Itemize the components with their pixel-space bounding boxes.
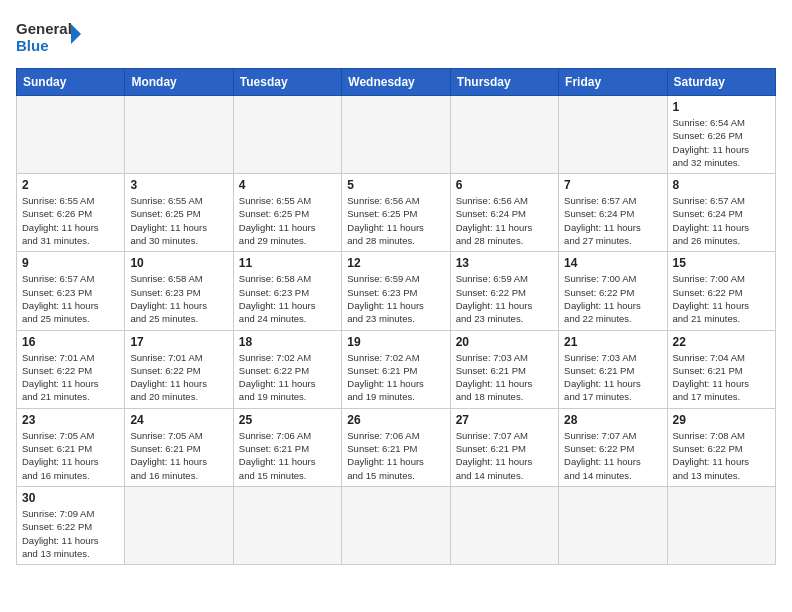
day-number: 13: [456, 256, 553, 270]
day-info: Sunrise: 7:07 AM Sunset: 6:22 PM Dayligh…: [564, 429, 661, 482]
day-info: Sunrise: 6:56 AM Sunset: 6:24 PM Dayligh…: [456, 194, 553, 247]
calendar-cell: [125, 486, 233, 564]
calendar-cell: 4Sunrise: 6:55 AM Sunset: 6:25 PM Daylig…: [233, 174, 341, 252]
day-info: Sunrise: 6:57 AM Sunset: 6:24 PM Dayligh…: [564, 194, 661, 247]
day-number: 9: [22, 256, 119, 270]
day-number: 27: [456, 413, 553, 427]
day-number: 1: [673, 100, 770, 114]
day-number: 25: [239, 413, 336, 427]
weekday-header-tuesday: Tuesday: [233, 69, 341, 96]
calendar-cell: 6Sunrise: 6:56 AM Sunset: 6:24 PM Daylig…: [450, 174, 558, 252]
weekday-header-monday: Monday: [125, 69, 233, 96]
day-info: Sunrise: 6:54 AM Sunset: 6:26 PM Dayligh…: [673, 116, 770, 169]
weekday-header-row: SundayMondayTuesdayWednesdayThursdayFrid…: [17, 69, 776, 96]
day-number: 16: [22, 335, 119, 349]
calendar-cell: [233, 486, 341, 564]
calendar-cell: [559, 486, 667, 564]
day-info: Sunrise: 6:58 AM Sunset: 6:23 PM Dayligh…: [130, 272, 227, 325]
calendar-cell: 8Sunrise: 6:57 AM Sunset: 6:24 PM Daylig…: [667, 174, 775, 252]
svg-text:General: General: [16, 20, 72, 37]
svg-marker-2: [71, 24, 81, 44]
calendar-cell: 5Sunrise: 6:56 AM Sunset: 6:25 PM Daylig…: [342, 174, 450, 252]
calendar-cell: 9Sunrise: 6:57 AM Sunset: 6:23 PM Daylig…: [17, 252, 125, 330]
day-info: Sunrise: 7:06 AM Sunset: 6:21 PM Dayligh…: [347, 429, 444, 482]
day-info: Sunrise: 7:02 AM Sunset: 6:22 PM Dayligh…: [239, 351, 336, 404]
calendar-cell: 30Sunrise: 7:09 AM Sunset: 6:22 PM Dayli…: [17, 486, 125, 564]
calendar-cell: 3Sunrise: 6:55 AM Sunset: 6:25 PM Daylig…: [125, 174, 233, 252]
calendar-cell: [450, 486, 558, 564]
day-info: Sunrise: 6:59 AM Sunset: 6:23 PM Dayligh…: [347, 272, 444, 325]
day-number: 3: [130, 178, 227, 192]
calendar-cell: 26Sunrise: 7:06 AM Sunset: 6:21 PM Dayli…: [342, 408, 450, 486]
day-info: Sunrise: 7:01 AM Sunset: 6:22 PM Dayligh…: [130, 351, 227, 404]
calendar-cell: 21Sunrise: 7:03 AM Sunset: 6:21 PM Dayli…: [559, 330, 667, 408]
day-info: Sunrise: 7:03 AM Sunset: 6:21 PM Dayligh…: [456, 351, 553, 404]
calendar-cell: 29Sunrise: 7:08 AM Sunset: 6:22 PM Dayli…: [667, 408, 775, 486]
day-info: Sunrise: 7:05 AM Sunset: 6:21 PM Dayligh…: [22, 429, 119, 482]
calendar-cell: 16Sunrise: 7:01 AM Sunset: 6:22 PM Dayli…: [17, 330, 125, 408]
day-number: 21: [564, 335, 661, 349]
calendar-table: SundayMondayTuesdayWednesdayThursdayFrid…: [16, 68, 776, 565]
day-number: 8: [673, 178, 770, 192]
day-number: 4: [239, 178, 336, 192]
day-number: 6: [456, 178, 553, 192]
calendar-cell: [667, 486, 775, 564]
svg-text:Blue: Blue: [16, 37, 49, 54]
calendar-cell: [125, 96, 233, 174]
day-info: Sunrise: 7:00 AM Sunset: 6:22 PM Dayligh…: [564, 272, 661, 325]
day-info: Sunrise: 7:02 AM Sunset: 6:21 PM Dayligh…: [347, 351, 444, 404]
calendar-cell: [342, 96, 450, 174]
day-number: 10: [130, 256, 227, 270]
day-number: 19: [347, 335, 444, 349]
calendar-cell: 7Sunrise: 6:57 AM Sunset: 6:24 PM Daylig…: [559, 174, 667, 252]
day-number: 5: [347, 178, 444, 192]
day-info: Sunrise: 7:07 AM Sunset: 6:21 PM Dayligh…: [456, 429, 553, 482]
day-info: Sunrise: 7:06 AM Sunset: 6:21 PM Dayligh…: [239, 429, 336, 482]
day-info: Sunrise: 6:55 AM Sunset: 6:26 PM Dayligh…: [22, 194, 119, 247]
calendar-cell: 2Sunrise: 6:55 AM Sunset: 6:26 PM Daylig…: [17, 174, 125, 252]
day-info: Sunrise: 6:57 AM Sunset: 6:24 PM Dayligh…: [673, 194, 770, 247]
weekday-header-saturday: Saturday: [667, 69, 775, 96]
day-number: 24: [130, 413, 227, 427]
day-info: Sunrise: 6:56 AM Sunset: 6:25 PM Dayligh…: [347, 194, 444, 247]
page-header: GeneralBlue: [16, 16, 776, 56]
calendar-cell: 23Sunrise: 7:05 AM Sunset: 6:21 PM Dayli…: [17, 408, 125, 486]
calendar-cell: [559, 96, 667, 174]
day-info: Sunrise: 6:58 AM Sunset: 6:23 PM Dayligh…: [239, 272, 336, 325]
day-number: 2: [22, 178, 119, 192]
day-number: 30: [22, 491, 119, 505]
calendar-cell: 1Sunrise: 6:54 AM Sunset: 6:26 PM Daylig…: [667, 96, 775, 174]
day-info: Sunrise: 7:00 AM Sunset: 6:22 PM Dayligh…: [673, 272, 770, 325]
calendar-cell: 25Sunrise: 7:06 AM Sunset: 6:21 PM Dayli…: [233, 408, 341, 486]
day-info: Sunrise: 6:55 AM Sunset: 6:25 PM Dayligh…: [130, 194, 227, 247]
weekday-header-friday: Friday: [559, 69, 667, 96]
calendar-cell: 28Sunrise: 7:07 AM Sunset: 6:22 PM Dayli…: [559, 408, 667, 486]
day-number: 26: [347, 413, 444, 427]
calendar-cell: 19Sunrise: 7:02 AM Sunset: 6:21 PM Dayli…: [342, 330, 450, 408]
day-number: 18: [239, 335, 336, 349]
day-info: Sunrise: 7:01 AM Sunset: 6:22 PM Dayligh…: [22, 351, 119, 404]
calendar-cell: [17, 96, 125, 174]
day-info: Sunrise: 6:55 AM Sunset: 6:25 PM Dayligh…: [239, 194, 336, 247]
day-info: Sunrise: 7:03 AM Sunset: 6:21 PM Dayligh…: [564, 351, 661, 404]
calendar-cell: 18Sunrise: 7:02 AM Sunset: 6:22 PM Dayli…: [233, 330, 341, 408]
day-number: 29: [673, 413, 770, 427]
weekday-header-thursday: Thursday: [450, 69, 558, 96]
day-info: Sunrise: 6:59 AM Sunset: 6:22 PM Dayligh…: [456, 272, 553, 325]
calendar-cell: 14Sunrise: 7:00 AM Sunset: 6:22 PM Dayli…: [559, 252, 667, 330]
calendar-cell: 15Sunrise: 7:00 AM Sunset: 6:22 PM Dayli…: [667, 252, 775, 330]
day-info: Sunrise: 7:08 AM Sunset: 6:22 PM Dayligh…: [673, 429, 770, 482]
calendar-cell: 12Sunrise: 6:59 AM Sunset: 6:23 PM Dayli…: [342, 252, 450, 330]
calendar-cell: 27Sunrise: 7:07 AM Sunset: 6:21 PM Dayli…: [450, 408, 558, 486]
day-number: 23: [22, 413, 119, 427]
day-number: 20: [456, 335, 553, 349]
day-number: 15: [673, 256, 770, 270]
day-number: 22: [673, 335, 770, 349]
calendar-cell: [342, 486, 450, 564]
day-number: 17: [130, 335, 227, 349]
day-number: 11: [239, 256, 336, 270]
calendar-cell: 13Sunrise: 6:59 AM Sunset: 6:22 PM Dayli…: [450, 252, 558, 330]
calendar-cell: 17Sunrise: 7:01 AM Sunset: 6:22 PM Dayli…: [125, 330, 233, 408]
day-info: Sunrise: 6:57 AM Sunset: 6:23 PM Dayligh…: [22, 272, 119, 325]
calendar-cell: 22Sunrise: 7:04 AM Sunset: 6:21 PM Dayli…: [667, 330, 775, 408]
